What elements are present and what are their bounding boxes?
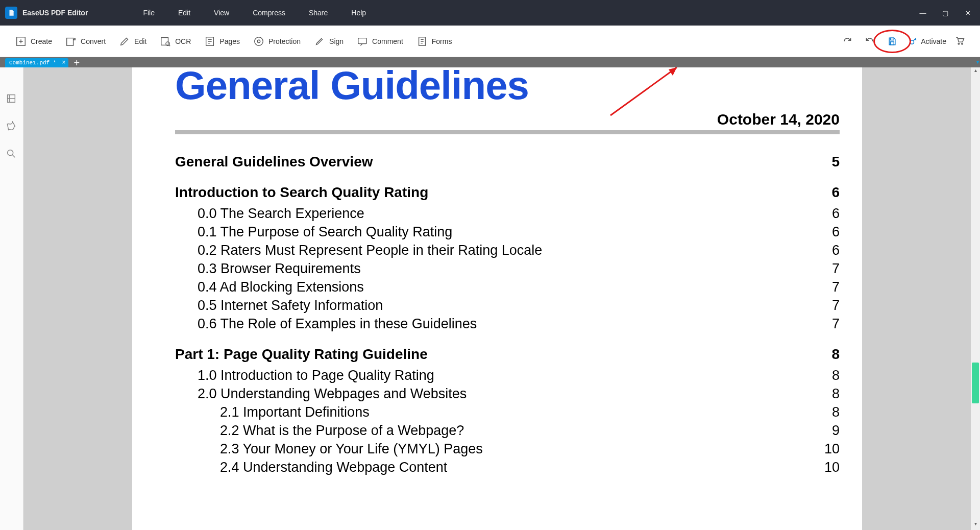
minimize-button[interactable]: —	[916, 9, 930, 17]
new-tab-button[interactable]: +	[74, 58, 80, 67]
toc-heading-page: 6	[831, 184, 840, 201]
toc-heading-text: Introduction to Search Quality Rating	[175, 184, 428, 201]
scroll-up-button[interactable]: ▴	[971, 67, 980, 77]
menu-share[interactable]: Share	[305, 7, 332, 19]
toc-section-heading: Part 1: Page Quality Rating Guideline8	[175, 346, 840, 363]
pages-button[interactable]: Pages	[204, 36, 240, 47]
toc-entry-text: 2.4 Understanding Webpage Content	[220, 460, 447, 475]
document-page: General Guidelines October 14, 2020 Gene…	[132, 67, 862, 530]
document-date: October 14, 2020	[175, 111, 840, 128]
toc-entry: 0.6 The Role of Examples in these Guidel…	[175, 316, 840, 332]
search-icon[interactable]	[6, 148, 18, 160]
toc-heading-page: 8	[831, 346, 840, 363]
svg-point-5	[255, 37, 263, 45]
title-divider	[175, 130, 840, 134]
document-tab[interactable]: Combine1.pdf * ×	[5, 58, 68, 67]
ocr-button[interactable]: OCR	[160, 36, 191, 47]
toc-entry: 2.2 What is the Purpose of a Webpage?9	[175, 423, 840, 439]
toc-entry-page: 9	[832, 423, 840, 439]
forms-icon	[416, 36, 428, 47]
tab-close-button[interactable]: ×	[62, 59, 65, 66]
toc-entry: 2.3 Your Money or Your Life (YMYL) Pages…	[175, 441, 840, 457]
toc-heading-page: 5	[831, 154, 840, 170]
edit-button[interactable]: Edit	[119, 36, 146, 47]
svg-rect-2	[161, 37, 168, 45]
svg-point-13	[962, 43, 963, 44]
toc-entry: 2.4 Understanding Webpage Content10	[175, 460, 840, 475]
bookmarks-icon[interactable]	[6, 121, 18, 133]
edit-icon	[119, 36, 130, 47]
svg-rect-10	[891, 41, 894, 44]
undo-button[interactable]	[860, 31, 880, 52]
toc-section-heading: General Guidelines Overview5	[175, 154, 840, 170]
scroll-track[interactable]	[971, 77, 980, 521]
toc-entry: 1.0 Introduction to Page Quality Rating8	[175, 368, 840, 383]
pages-icon	[204, 36, 215, 47]
vertical-scrollbar[interactable]: ▴ ▾	[971, 67, 980, 530]
toc-entry-text: 0.6 The Role of Examples in these Guidel…	[198, 316, 477, 332]
menu-view[interactable]: View	[210, 7, 233, 19]
forms-button[interactable]: Forms	[416, 36, 452, 47]
protection-button[interactable]: Protection	[253, 36, 301, 47]
sign-label: Sign	[329, 37, 344, 45]
toc-entry-text: 2.2 What is the Purpose of a Webpage?	[220, 423, 464, 439]
app-logo-icon	[5, 7, 17, 19]
ocr-label: OCR	[175, 37, 191, 45]
comment-icon	[357, 36, 368, 47]
toc-entry-page: 7	[832, 279, 840, 295]
save-button[interactable]	[882, 31, 902, 52]
menu-file[interactable]: File	[139, 7, 159, 19]
svg-rect-9	[891, 38, 894, 40]
sign-button[interactable]: Sign	[314, 36, 344, 47]
pages-label: Pages	[219, 37, 240, 45]
tab-strip: Combine1.pdf * × + ▾	[0, 57, 980, 67]
comment-label: Comment	[372, 37, 403, 45]
app-title: EaseUS PDF Editor	[22, 9, 88, 17]
svg-rect-1	[67, 38, 74, 45]
menu-bar: File Edit View Compress Share Help	[139, 7, 370, 19]
comment-button[interactable]: Comment	[357, 36, 403, 47]
forms-label: Forms	[432, 37, 452, 45]
cart-button[interactable]	[954, 35, 965, 47]
convert-button[interactable]: Convert	[65, 36, 106, 47]
toc-entry-page: 7	[832, 261, 840, 277]
toc-entry-page: 6	[832, 224, 840, 240]
create-icon	[15, 36, 27, 47]
activate-button[interactable]: Activate	[909, 37, 946, 46]
convert-label: Convert	[81, 37, 106, 45]
toc-entry: 0.2 Raters Must Represent People in thei…	[175, 243, 840, 258]
scroll-down-button[interactable]: ▾	[971, 521, 980, 530]
toc-entry: 2.0 Understanding Webpages and Websites8	[175, 386, 840, 402]
edit-label: Edit	[134, 37, 146, 45]
maximize-button[interactable]: ▢	[938, 9, 952, 17]
protection-label: Protection	[268, 37, 301, 45]
scroll-thumb[interactable]	[972, 363, 979, 403]
toc-entry: 0.5 Internet Safety Information7	[175, 298, 840, 314]
toc-entry-page: 7	[832, 316, 840, 332]
svg-point-15	[7, 150, 13, 156]
thumbnails-icon[interactable]	[6, 93, 18, 105]
activate-label: Activate	[921, 37, 946, 45]
toc-entry-text: 0.3 Browser Requirements	[198, 261, 361, 277]
toc-entry-page: 8	[832, 404, 840, 420]
content-area: General Guidelines October 14, 2020 Gene…	[0, 67, 980, 530]
close-window-button[interactable]: ✕	[961, 9, 975, 17]
menu-edit[interactable]: Edit	[174, 7, 194, 19]
toc-entry-text: 0.1 The Purpose of Search Quality Rating	[198, 224, 452, 240]
svg-point-11	[910, 40, 914, 44]
document-viewport[interactable]: General Guidelines October 14, 2020 Gene…	[23, 67, 971, 530]
tabstrip-dropdown-icon[interactable]: ▾	[976, 59, 979, 65]
menu-help[interactable]: Help	[347, 7, 370, 19]
redo-button[interactable]	[837, 31, 857, 52]
toc-entry-page: 10	[824, 460, 840, 475]
toc-section-heading: Introduction to Search Quality Rating6	[175, 184, 840, 201]
toc-entry-text: 0.4 Ad Blocking Extensions	[198, 279, 364, 295]
toc-entry: 2.1 Important Definitions8	[175, 404, 840, 420]
toc-entry-text: 2.3 Your Money or Your Life (YMYL) Pages	[220, 441, 483, 457]
menu-compress[interactable]: Compress	[249, 7, 289, 19]
toc-entry-text: 2.1 Important Definitions	[220, 404, 370, 420]
create-button[interactable]: Create	[15, 36, 52, 47]
toc-entry: 0.4 Ad Blocking Extensions7	[175, 279, 840, 295]
ocr-icon	[160, 36, 171, 47]
toc-entry-text: 1.0 Introduction to Page Quality Rating	[198, 368, 434, 383]
